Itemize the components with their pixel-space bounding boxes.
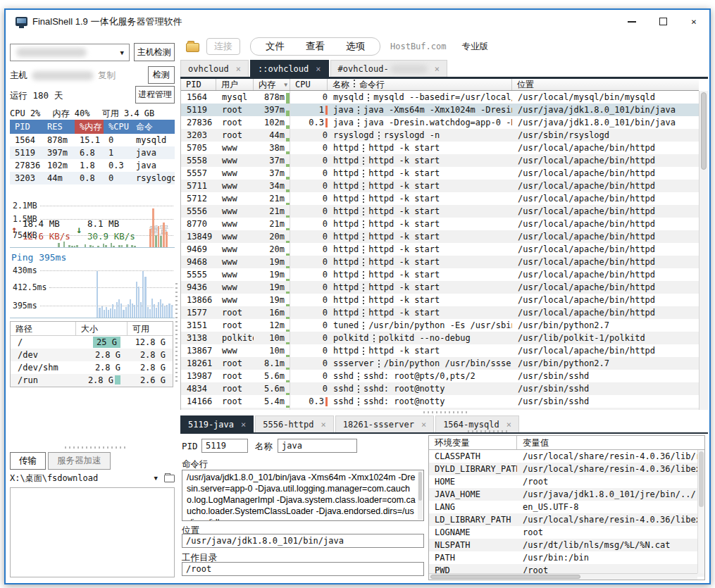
transfer-list[interactable] <box>10 487 175 577</box>
process-row[interactable]: 3203root44m0rsyslogdrsyslogd -n/usr/sbin… <box>181 129 699 142</box>
splitter-handle[interactable] <box>65 446 128 449</box>
process-row[interactable]: 9468www19m0httpdhttpd -k start/usr/local… <box>181 256 699 268</box>
cmdline-field[interactable]: /usr/java/jdk1.8.0_101/bin/java -Xms64m … <box>182 470 424 521</box>
env-row[interactable]: LOGNAMEroot <box>429 526 704 539</box>
mini-process-row[interactable]: 320344m0.80rsyslogd <box>10 172 175 184</box>
process-row[interactable]: 4834root5.6m0sshdsshd: root@notty/usr/sb… <box>181 382 699 395</box>
mini-process-row[interactable]: 1564878m15.10mysqld <box>10 134 175 146</box>
transfer-tab-服务器加速[interactable]: 服务器加速 <box>48 452 111 470</box>
menu-item-查看[interactable]: 查看 <box>295 39 335 54</box>
mini-process-row[interactable]: 5119397m6.81java <box>10 146 175 159</box>
process-row[interactable]: 5119root397m1javajava -Xms64m -Xmx1024m … <box>181 104 699 116</box>
process-row[interactable]: 1564mysql878m0mysqldmysqld --basedir=/us… <box>181 91 699 104</box>
env-row[interactable]: LANGen_US.UTF-8 <box>429 501 704 513</box>
connect-button[interactable]: 连接 <box>206 38 240 55</box>
mini-column-%内存[interactable]: %内存 <box>75 120 104 134</box>
disk-column-大小[interactable]: 大小 <box>76 322 128 336</box>
site-link[interactable]: HostBuf.com <box>390 42 446 51</box>
env-column-环境变量[interactable]: 环境变量 <box>429 436 517 449</box>
env-vscrollbar[interactable] <box>697 450 704 573</box>
process-row[interactable]: 14166root5.4m0.3sshdsshd: root@notty/usr… <box>181 395 699 408</box>
disk-row[interactable]: /dev/shm2.8 G2.8 G <box>11 361 173 374</box>
menu-item-选项[interactable]: 选项 <box>335 39 375 54</box>
mini-process-row[interactable]: 27836102m1.80.3java <box>10 159 175 172</box>
maximize-button[interactable] <box>647 10 678 33</box>
process-row[interactable]: 5711www34m0httpdhttpd -k start/usr/local… <box>181 180 699 192</box>
download-path[interactable]: X:\桌面\fsdownload <box>10 473 98 484</box>
process-row[interactable]: 5712www21m0httpdhttpd -k start/usr/local… <box>181 192 699 205</box>
disk-column-可用[interactable]: 可用 <box>128 322 173 336</box>
process-row[interactable]: 13867www10m0httpdhttpd -k start/usr/loca… <box>181 344 699 357</box>
mini-column-RES[interactable]: RES <box>42 120 75 134</box>
process-row[interactable]: 3151root12m0tuned/usr/bin/python -Es /us… <box>181 319 699 332</box>
process-row[interactable]: 27836root102m0.3javajava -Dresin.watchdo… <box>181 116 699 129</box>
session-tab[interactable]: ovhcloud× <box>180 60 249 77</box>
session-tab[interactable]: #ovhcloud-× <box>330 60 447 77</box>
detail-tab[interactable]: 18261-ssserver× <box>335 415 434 432</box>
chevron-down-icon[interactable]: ▼ <box>154 475 158 482</box>
edition-label[interactable]: 专业版 <box>461 41 488 53</box>
process-manager-button[interactable]: 进程管理 <box>135 86 175 104</box>
close-icon[interactable]: × <box>421 420 426 430</box>
mini-column-PID[interactable]: PID <box>10 120 42 134</box>
check-button[interactable]: 检测 <box>148 66 175 84</box>
splitter-handle[interactable] <box>423 411 467 413</box>
mini-column-%CPU[interactable]: %CPU <box>104 120 131 134</box>
column-header-name-cmd[interactable]: 名称命令行 <box>328 79 512 90</box>
session-tab[interactable]: ::ovhcloud× <box>250 60 328 77</box>
env-row[interactable]: HOME/root <box>429 475 704 488</box>
close-icon[interactable]: × <box>506 420 511 430</box>
env-row[interactable]: PATH/usr/bin:/bin <box>429 551 704 564</box>
disk-row[interactable]: /25 G12.8 G <box>11 336 173 349</box>
column-header-mem[interactable]: 内存▼ <box>254 79 290 90</box>
column-header-user[interactable]: 用户 <box>216 79 254 90</box>
close-icon[interactable]: × <box>241 420 246 430</box>
env-row[interactable]: DYLD_LIBRARY_PATH/usr/local/share/resin-… <box>429 463 704 475</box>
copy-link[interactable]: 复制 <box>98 70 116 82</box>
detail-tab[interactable]: 5119-java× <box>180 415 254 432</box>
transfer-tab-传输[interactable]: 传输 <box>10 452 46 470</box>
column-header-pid[interactable]: PID <box>181 79 216 90</box>
process-row[interactable]: 13849www20m0httpdhttpd -k start/usr/loca… <box>181 230 699 243</box>
scrollbar-thumb[interactable] <box>699 451 704 507</box>
process-row[interactable]: 9469www20m0httpdhttpd -k start/usr/local… <box>181 243 699 256</box>
env-column-变量值[interactable]: 变量值 <box>517 436 704 449</box>
process-row[interactable]: 4571root5.4m0sshdsshd: root@notty/usr/sb… <box>181 408 699 410</box>
name-field[interactable]: java <box>278 439 357 453</box>
process-row[interactable]: 5555www19m0httpdhttpd -k start/usr/local… <box>181 268 699 281</box>
env-hscrollbar[interactable] <box>429 573 697 580</box>
scrollbar-thumb[interactable] <box>701 92 707 170</box>
close-icon[interactable]: × <box>236 64 241 74</box>
env-row[interactable]: LD_LIBRARY_PATH/usr/local/share/resin-4.… <box>429 513 704 526</box>
env-row[interactable]: NLSPATH/usr/dt/lib/nls/msg/%L/%N.cat <box>429 539 704 551</box>
column-header-loc[interactable]: 位置 <box>512 79 699 90</box>
menu-item-文件[interactable]: 文件 <box>255 39 295 54</box>
cmdline-scrollbar[interactable] <box>418 471 423 520</box>
process-row[interactable]: 8770www21m0httpdhttpd -k start/usr/local… <box>181 218 699 230</box>
close-icon[interactable]: × <box>321 420 326 430</box>
splitter-handle[interactable] <box>468 430 510 432</box>
column-header-cpu[interactable]: CPU <box>290 79 328 90</box>
close-icon[interactable]: × <box>316 64 321 74</box>
process-table-scrollbar[interactable] <box>699 91 708 410</box>
sidebar-splitter[interactable] <box>175 283 178 382</box>
process-row[interactable]: 5558www37m0httpdhttpd -k start/usr/local… <box>181 154 699 167</box>
process-row[interactable]: 1577root16m0httpdhttpd -k start/usr/loca… <box>181 306 699 319</box>
process-row[interactable]: 5705www38m0httpdhttpd -k start/usr/local… <box>181 142 699 154</box>
host-select[interactable]: ▼ <box>10 44 130 61</box>
location-field[interactable]: /usr/java/jdk1.8.0_101/bin/java <box>182 534 424 548</box>
process-row[interactable]: 3138polkitd10m0polkitdpolkitd --no-debug… <box>181 332 699 344</box>
scrollbar-thumb[interactable] <box>430 575 580 579</box>
close-icon[interactable]: × <box>435 64 440 74</box>
process-row[interactable]: 5556www21m0httpdhttpd -k start/usr/local… <box>181 205 699 218</box>
workdir-field[interactable]: /root <box>182 562 424 576</box>
detail-tab[interactable]: 5556-httpd× <box>255 415 333 432</box>
minimize-button[interactable] <box>616 10 647 33</box>
env-row[interactable]: JAVA_HOME/usr/java/jdk1.8.0_101/jre/bin/… <box>429 488 704 501</box>
disk-row[interactable]: /dev2.8 G2.8 G <box>11 349 173 361</box>
disk-row[interactable]: /run2.8 G2.6 G <box>11 374 173 387</box>
process-row[interactable]: 13987root5.6m0sshdsshd: root@pts/0,pts/2… <box>181 370 699 382</box>
pid-field[interactable]: 5119 <box>201 439 248 453</box>
open-folder-icon[interactable] <box>164 475 175 482</box>
mini-column-命令[interactable]: 命令 <box>131 120 175 134</box>
